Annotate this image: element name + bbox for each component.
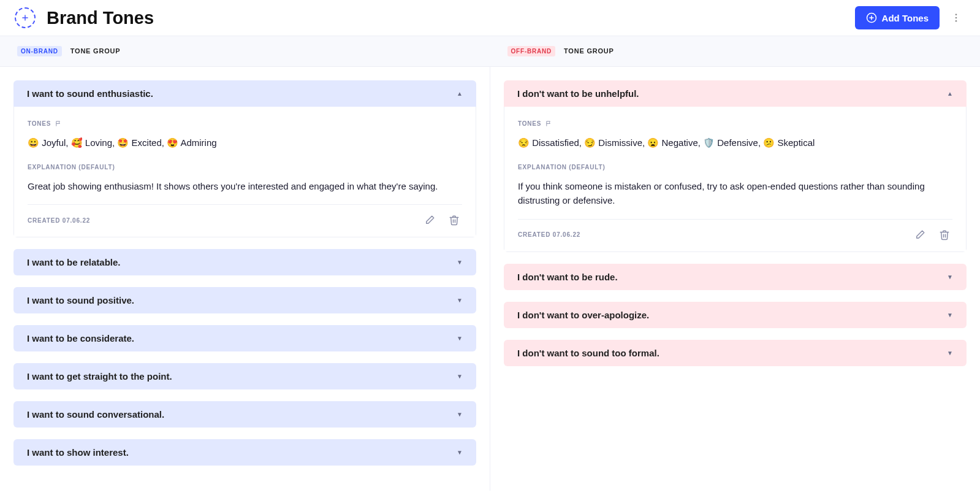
header-right: Add Tones (855, 6, 965, 29)
tone-card-footer: CREATED 07.06.22 (28, 204, 462, 237)
explanation-label: EXPLANATION (DEFAULT) (518, 164, 952, 171)
tone-card-header[interactable]: I want to be relatable. ▼ (13, 249, 476, 275)
tone-card-body: TONES 😀 Joyful, 🥰 Loving, 🤩 Excited, 😍 A… (13, 107, 476, 237)
group-headers: ON-BRAND TONE GROUP OFF-BRAND TONE GROUP (0, 36, 980, 67)
chevron-down-icon: ▼ (947, 350, 953, 356)
add-tones-label: Add Tones (882, 13, 929, 23)
tone-card-header[interactable]: I want to be considerate. ▼ (13, 325, 476, 351)
tone-card-expanded: I want to sound enthusiastic. ▲ TONES 😀 … (13, 80, 476, 237)
tone-card-header[interactable]: I don't want to sound too formal. ▼ (504, 340, 967, 366)
flag-icon (55, 120, 62, 127)
tone-title: I want to sound conversational. (27, 409, 164, 420)
chevron-down-icon: ▼ (947, 312, 953, 318)
off-brand-column: I don't want to be unhelpful. ▲ TONES 😒 … (490, 67, 980, 491)
chevron-down-icon: ▼ (457, 411, 463, 418)
tone-card-collapsed: I want to sound conversational. ▼ (13, 401, 476, 428)
tone-title: I don't want to over-apologize. (517, 310, 649, 320)
logo-icon (15, 7, 36, 28)
columns: I want to sound enthusiastic. ▲ TONES 😀 … (0, 67, 980, 491)
tone-card-collapsed: I don't want to sound too formal. ▼ (504, 340, 967, 366)
explanation-text: Great job showing enthusiasm! It shows o… (28, 179, 462, 193)
tone-card-header[interactable]: I want to get straight to the point. ▼ (13, 363, 476, 389)
created-date: CREATED 07.06.22 (28, 217, 90, 224)
tones-list: 😒 Dissatisfied, 😏 Dismissive, 😦 Negative… (518, 136, 952, 150)
tones-label: TONES (28, 120, 462, 127)
more-vertical-icon (951, 12, 962, 23)
chevron-down-icon: ▼ (457, 373, 463, 380)
off-brand-group-header: OFF-BRAND TONE GROUP (490, 36, 981, 66)
tone-title: I want to be considerate. (27, 333, 134, 343)
edit-button[interactable] (422, 212, 438, 228)
on-brand-group-header: ON-BRAND TONE GROUP (0, 36, 490, 66)
off-brand-group-label: TONE GROUP (564, 47, 614, 55)
tone-title: I want to sound positive. (27, 295, 134, 305)
tones-list: 😀 Joyful, 🥰 Loving, 🤩 Excited, 😍 Admirin… (28, 136, 462, 150)
chevron-down-icon: ▼ (457, 297, 463, 304)
tone-title: I don't want to be unhelpful. (517, 88, 639, 99)
svg-point-7 (955, 20, 957, 22)
edit-icon (914, 229, 925, 240)
on-brand-column: I want to sound enthusiastic. ▲ TONES 😀 … (0, 67, 490, 491)
tone-card-header[interactable]: I don't want to over-apologize. ▼ (504, 302, 967, 328)
delete-button[interactable] (446, 212, 462, 228)
tone-card-header[interactable]: I want to sound enthusiastic. ▲ (13, 80, 476, 107)
chevron-down-icon: ▼ (457, 335, 463, 342)
svg-point-5 (955, 13, 957, 15)
tone-card-header[interactable]: I want to sound conversational. ▼ (13, 401, 476, 428)
add-tones-button[interactable]: Add Tones (855, 6, 940, 29)
header-left: Brand Tones (15, 7, 154, 28)
tone-card-collapsed: I want to get straight to the point. ▼ (13, 363, 476, 389)
page-header: Brand Tones Add Tones (0, 0, 980, 36)
footer-actions (422, 212, 462, 228)
more-menu-button[interactable] (947, 9, 965, 27)
tones-label: TONES (518, 120, 952, 127)
tone-title: I don't want to be rude. (517, 272, 618, 282)
tone-card-collapsed: I want to sound positive. ▼ (13, 287, 476, 313)
page-title: Brand Tones (47, 8, 154, 28)
delete-button[interactable] (936, 227, 952, 243)
chevron-down-icon: ▼ (947, 274, 953, 280)
on-brand-group-label: TONE GROUP (70, 47, 121, 55)
tone-card-collapsed: I want to be relatable. ▼ (13, 249, 476, 275)
chevron-down-icon: ▼ (457, 259, 463, 266)
created-date: CREATED 07.06.22 (518, 231, 580, 238)
edit-icon (424, 215, 435, 226)
chevron-down-icon: ▼ (457, 449, 463, 456)
explanation-text: If you think someone is mistaken or conf… (518, 179, 952, 208)
chevron-up-icon: ▲ (947, 90, 953, 97)
tone-title: I want to sound enthusiastic. (27, 88, 153, 99)
flag-icon (545, 120, 552, 127)
tone-card-collapsed: I want to show interest. ▼ (13, 439, 476, 466)
chevron-up-icon: ▲ (457, 90, 463, 97)
off-brand-badge: OFF-BRAND (507, 46, 556, 56)
tone-title: I want to get straight to the point. (27, 371, 172, 382)
tone-card-collapsed: I don't want to over-apologize. ▼ (504, 302, 967, 328)
tone-card-header[interactable]: I want to sound positive. ▼ (13, 287, 476, 313)
tone-card-collapsed: I don't want to be rude. ▼ (504, 264, 967, 290)
tone-card-collapsed: I want to be considerate. ▼ (13, 325, 476, 351)
on-brand-badge: ON-BRAND (17, 46, 62, 56)
tone-card-header[interactable]: I want to show interest. ▼ (13, 439, 476, 466)
edit-button[interactable] (912, 227, 928, 243)
tone-card-body: TONES 😒 Dissatisfied, 😏 Dismissive, 😦 Ne… (504, 107, 967, 252)
tone-card-header[interactable]: I don't want to be rude. ▼ (504, 264, 967, 290)
explanation-label: EXPLANATION (DEFAULT) (28, 164, 462, 171)
tone-title: I want to be relatable. (27, 257, 121, 267)
trash-icon (939, 229, 950, 240)
trash-icon (449, 215, 460, 226)
svg-point-6 (955, 17, 957, 19)
plus-circle-icon (866, 12, 877, 23)
footer-actions (912, 227, 952, 243)
tone-title: I don't want to sound too formal. (517, 348, 659, 358)
tone-title: I want to show interest. (27, 447, 129, 458)
tone-card-expanded: I don't want to be unhelpful. ▲ TONES 😒 … (504, 80, 967, 252)
tone-card-footer: CREATED 07.06.22 (518, 219, 952, 251)
tone-card-header[interactable]: I don't want to be unhelpful. ▲ (504, 80, 967, 107)
